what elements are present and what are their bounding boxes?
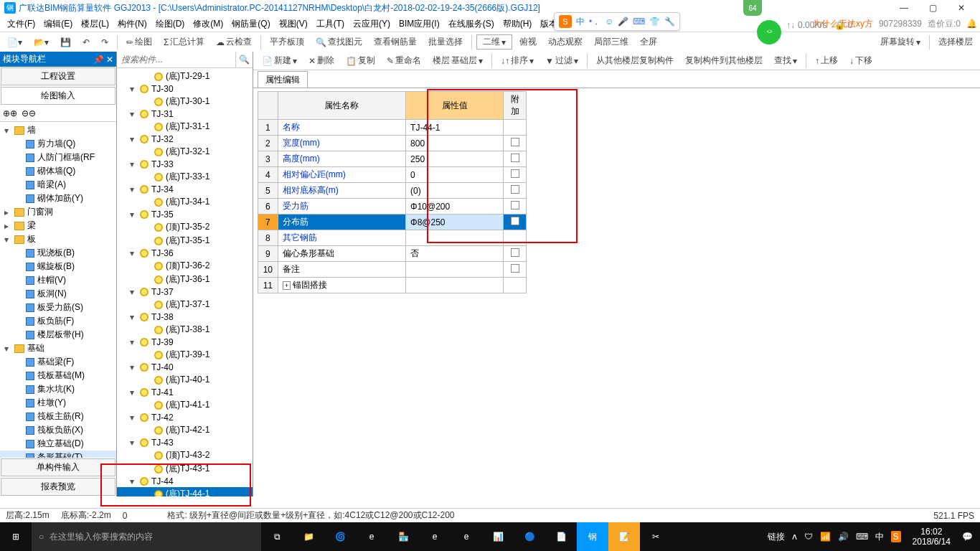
fullscreen-btn[interactable]: 全屏 xyxy=(636,34,661,50)
find-element-btn[interactable]: 🔍 查找图元 xyxy=(311,34,367,50)
ime-mic-icon[interactable]: 🎤 xyxy=(618,17,628,27)
move-up-btn[interactable]: ↑ 上移 xyxy=(811,53,842,68)
search-icon[interactable]: 🔍 xyxy=(235,52,253,67)
component-tree-node[interactable]: ▾TJ-37 xyxy=(117,286,253,298)
nav-tree-node[interactable]: 筏板基础(M) xyxy=(0,369,116,382)
nav-btn-single-input[interactable]: 单构件输入 xyxy=(1,458,116,476)
component-tree-node[interactable]: ▾TJ-30 xyxy=(117,83,253,95)
component-tree-node[interactable]: ▾TJ-33 xyxy=(117,159,253,170)
top-view-btn[interactable]: 俯视 xyxy=(515,34,541,50)
start-button[interactable]: ⊞ xyxy=(0,522,32,551)
collapse-icon[interactable]: ⊖⊖ xyxy=(22,108,36,118)
component-tree[interactable]: (底)TJ-29-1▾TJ-30(底)TJ-30-1▾TJ-31(底)TJ-31… xyxy=(117,68,253,496)
bell-icon[interactable]: 🔔 xyxy=(966,19,977,29)
flat-top-btn[interactable]: 平齐板顶 xyxy=(265,34,308,50)
system-tray[interactable]: 链接 ʌ 🛡 📶 🔊 ⌨ 中 S 16:02 2018/6/14 💬 xyxy=(760,527,980,547)
filter-btn[interactable]: ▼ 过滤 ▾ xyxy=(541,53,583,68)
nav-tree-node[interactable]: 条形基础(T) xyxy=(0,451,116,458)
tray-wifi-icon[interactable]: 📶 xyxy=(820,532,831,542)
nav-tree-node[interactable]: 板负筋(F) xyxy=(0,314,116,328)
open-icon[interactable]: 📂▾ xyxy=(29,36,53,49)
nav-tree-node[interactable]: 暗梁(A) xyxy=(0,178,116,192)
nav-tree-node[interactable]: ▾墙 xyxy=(0,123,116,137)
new-icon[interactable]: 📄▾ xyxy=(3,36,27,49)
component-tree-node[interactable]: (底)TJ-43-1 xyxy=(117,462,253,476)
property-row[interactable]: 6受力筋Φ10@200 xyxy=(258,199,527,215)
component-tree-node[interactable]: (底)TJ-38-1 xyxy=(117,323,253,336)
component-tree-node[interactable]: (顶)TJ-35-2 xyxy=(117,220,253,234)
nav-tree-node[interactable]: 基础梁(F) xyxy=(0,355,116,369)
property-row[interactable]: 1名称TJ-44-1 xyxy=(258,120,527,136)
taskbar-app-10[interactable]: 钢 xyxy=(577,522,608,551)
taskbar-app-1[interactable]: 📁 xyxy=(293,522,324,551)
nav-btn-project-settings[interactable]: 工程设置 xyxy=(1,67,116,85)
local-3d-btn[interactable]: 局部三维 xyxy=(590,34,633,50)
nav-tree-node[interactable]: ▸梁 xyxy=(0,219,116,232)
floor-select[interactable]: 楼层 基础层 ▾ xyxy=(428,53,487,68)
tray-sogou-icon[interactable]: S xyxy=(891,531,901,542)
tray-ime-lang[interactable]: 中 xyxy=(875,531,884,543)
menu-item[interactable]: 在线服务(S) xyxy=(444,17,499,30)
taskbar-app-8[interactable]: 🔵 xyxy=(514,522,545,551)
menu-item[interactable]: BIM应用(I) xyxy=(395,17,444,30)
nav-tree-node[interactable]: 砌体墙(Q) xyxy=(0,164,116,178)
component-tree-node[interactable]: (底)TJ-31-1 xyxy=(117,120,253,133)
tray-volume-icon[interactable]: 🔊 xyxy=(838,532,849,542)
component-tree-node[interactable]: ▾TJ-42 xyxy=(117,412,253,423)
move-down-btn[interactable]: ↓ 下移 xyxy=(845,53,877,68)
taskbar-app-2[interactable]: 🌀 xyxy=(324,522,356,551)
component-tree-node[interactable]: (底)TJ-30-1 xyxy=(117,95,253,108)
pin-icon[interactable]: 📌 xyxy=(93,55,104,65)
copy-btn[interactable]: 📋 复制 xyxy=(341,53,380,68)
component-tree-node[interactable]: ▾TJ-44 xyxy=(117,476,253,487)
component-tree-node[interactable]: (底)TJ-42-1 xyxy=(117,423,253,437)
nav-tree-node[interactable]: 独立基础(D) xyxy=(0,437,116,451)
component-tree-node[interactable]: (底)TJ-40-1 xyxy=(117,373,253,387)
component-tree-node[interactable]: ▾TJ-34 xyxy=(117,184,253,195)
component-tree-node[interactable]: (底)TJ-41-1 xyxy=(117,398,253,412)
component-tree-node[interactable]: ▾TJ-35 xyxy=(117,209,253,220)
batch-select-btn[interactable]: 批量选择 xyxy=(424,34,467,50)
taskbar-app-11[interactable]: 📝 xyxy=(608,522,640,551)
ime-smile-icon[interactable]: ☺ xyxy=(605,17,613,27)
menu-item[interactable]: 构件(N) xyxy=(113,17,151,30)
menu-item[interactable]: 工具(T) xyxy=(312,17,349,30)
nav-tree-node[interactable]: 板洞(N) xyxy=(0,287,116,301)
menu-item[interactable]: 云应用(Y) xyxy=(349,17,395,30)
close-button[interactable]: ✕ xyxy=(947,0,976,16)
property-edit-tab[interactable]: 属性编辑 xyxy=(258,71,308,88)
new-component-btn[interactable]: 📄 新建 ▾ xyxy=(258,53,301,68)
select-floor-btn[interactable]: 选择楼层 xyxy=(934,34,977,50)
property-row[interactable]: 4相对偏心距(mm)0 xyxy=(258,167,527,183)
component-tree-node[interactable]: (底)TJ-44-1 xyxy=(117,487,253,496)
taskbar-app-7[interactable]: 📊 xyxy=(482,522,514,551)
component-tree-node[interactable]: ▾TJ-31 xyxy=(117,108,253,120)
component-tree-node[interactable]: ▾TJ-32 xyxy=(117,133,253,145)
menu-item[interactable]: 文件(F) xyxy=(3,17,39,30)
component-tree-node[interactable]: (顶)TJ-36-2 xyxy=(117,259,253,273)
property-row[interactable]: 11+ 锚固搭接 xyxy=(258,278,527,293)
property-row[interactable]: 10备注 xyxy=(258,262,527,278)
component-tree-node[interactable]: ▾TJ-38 xyxy=(117,311,253,323)
nav-tree-node[interactable]: ▸门窗洞 xyxy=(0,205,116,219)
menu-item[interactable]: 楼层(L) xyxy=(77,17,113,30)
nav-tree-node[interactable]: 人防门框墙(RF xyxy=(0,151,116,164)
taskbar-search[interactable]: ○ 在这里输入你要搜索的内容 xyxy=(32,522,261,551)
nav-tree-node[interactable]: 剪力墙(Q) xyxy=(0,137,116,151)
view-rebar-btn[interactable]: 查看钢筋量 xyxy=(369,34,421,50)
nav-tree-node[interactable]: 螺旋板(B) xyxy=(0,260,116,273)
windows-taskbar[interactable]: ⊞ ○ 在这里输入你要搜索的内容 ⧉ 📁 🌀 e 🏪 e e 📊 🔵 📄 钢 📝… xyxy=(0,522,980,551)
nav-tree-node[interactable]: 筏板负筋(X) xyxy=(0,423,116,437)
property-row[interactable]: 8其它钢筋 xyxy=(258,230,527,246)
property-row[interactable]: 5相对底标高(m)(0) xyxy=(258,183,527,199)
dynamic-view-btn[interactable]: 动态观察 xyxy=(544,34,587,50)
tray-net[interactable]: 链接 xyxy=(768,531,785,543)
nav-tree-node[interactable]: 筏板主筋(R) xyxy=(0,410,116,423)
component-tree-node[interactable]: ▾TJ-39 xyxy=(117,336,253,348)
nav-tree-node[interactable]: ▾基础 xyxy=(0,342,116,355)
taskbar-app-12[interactable]: ✂ xyxy=(640,522,672,551)
ime-punct-icon[interactable]: •， xyxy=(589,16,600,28)
find-btn[interactable]: 查找 ▾ xyxy=(770,53,801,68)
menu-item[interactable]: 帮助(H) xyxy=(499,17,537,30)
rename-btn[interactable]: ✎ 重命名 xyxy=(382,53,425,68)
